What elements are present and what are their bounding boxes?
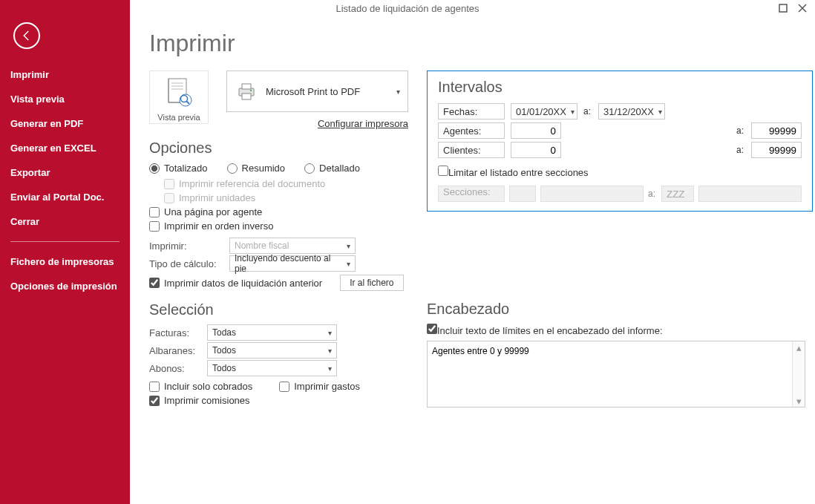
svg-rect-9 — [242, 84, 251, 89]
sidebar-item-vista-previa[interactable]: Vista previa — [0, 87, 130, 111]
secciones-desde-code — [509, 186, 536, 202]
chk-solo-cobrados[interactable]: Incluir solo cobrados — [149, 381, 252, 392]
select-albaranes[interactable]: Todos▾ — [207, 342, 337, 359]
scroll-down-icon[interactable]: ▾ — [793, 395, 805, 407]
lbl-clientes: Clientes: — [438, 142, 505, 158]
svg-point-11 — [250, 90, 252, 91]
printer-select[interactable]: Microsoft Print to PDF ▾ — [226, 71, 408, 112]
printer-icon — [235, 79, 258, 103]
svg-rect-10 — [242, 94, 251, 99]
chk-una-pagina[interactable]: Una página por agente — [149, 206, 262, 217]
radio-detallado[interactable]: Detallado — [304, 163, 360, 174]
lbl-imprimir: Imprimir: — [149, 240, 223, 252]
preview-label: Vista previa — [157, 113, 200, 122]
sidebar-item-generar-excel[interactable]: Generar en EXCEL — [0, 136, 130, 160]
seleccion-heading: Selección — [149, 301, 409, 318]
sidebar-item-exportar[interactable]: Exportar — [0, 160, 130, 185]
printer-name: Microsoft Print to PDF — [266, 86, 389, 97]
lbl-tipocalc: Tipo de cálculo: — [149, 258, 223, 269]
textarea-scrollbar[interactable]: ▴ ▾ — [792, 341, 805, 407]
lbl-abonos: Abonos: — [149, 363, 201, 374]
secciones-hasta-code — [661, 186, 694, 202]
clientes-desde[interactable] — [511, 142, 561, 158]
encabezado-heading: Encabezado — [427, 301, 813, 318]
btn-ir-fichero[interactable]: Ir al fichero — [340, 275, 403, 291]
opciones-heading: Opciones — [149, 140, 409, 157]
configure-printer-link[interactable]: Configurar impresora — [226, 118, 408, 129]
svg-rect-0 — [779, 4, 787, 12]
select-imprimir: Nombre fiscal▾ — [229, 238, 356, 254]
sidebar-item-cerrar[interactable]: Cerrar — [0, 209, 130, 234]
clientes-hasta[interactable] — [751, 142, 802, 158]
sidebar-item-fichero-impresoras[interactable]: Fichero de impresoras — [0, 249, 130, 274]
maximize-button[interactable] — [778, 3, 788, 13]
select-abonos[interactable]: Todos▾ — [207, 360, 337, 376]
fecha-hasta[interactable]: 31/12/20XX▾ — [598, 103, 665, 120]
page-title: Imprimir — [149, 30, 813, 57]
radio-resumido[interactable]: Resumido — [227, 163, 286, 174]
lbl-albaranes: Albaranes: — [149, 345, 201, 356]
lbl-secciones: Secciones: — [438, 186, 505, 202]
lbl-a-fecha: a: — [583, 106, 592, 117]
chk-gastos[interactable]: Imprimir gastos — [279, 381, 360, 392]
sidebar-item-enviar-portal[interactable]: Enviar al Portal Doc. — [0, 185, 130, 209]
select-facturas[interactable]: Todas▾ — [207, 324, 337, 341]
encabezado-textarea-wrap: ▴ ▾ — [427, 341, 805, 408]
encabezado-textarea[interactable] — [428, 341, 791, 407]
select-tipocalc[interactable]: Incluyendo descuento al pie▾ — [229, 255, 356, 272]
radio-totalizado[interactable]: Totalizado — [149, 163, 208, 174]
chk-unidades: Imprimir unidades — [164, 192, 255, 203]
intervalos-panel: Intervalos Fechas: 01/01/20XX▾ a: 31/12/… — [427, 71, 813, 212]
lbl-a-secciones: a: — [648, 189, 657, 199]
agentes-hasta[interactable] — [751, 122, 802, 139]
sidebar: Imprimir Vista previa Generar en PDF Gen… — [0, 0, 130, 504]
lbl-agentes: Agentes: — [438, 122, 505, 139]
sidebar-item-opciones-impresion[interactable]: Opciones de impresión — [0, 274, 130, 298]
sidebar-item-generar-pdf[interactable]: Generar en PDF — [0, 111, 130, 136]
close-button[interactable] — [797, 3, 808, 13]
intervalos-heading: Intervalos — [438, 79, 802, 96]
scroll-up-icon[interactable]: ▴ — [793, 341, 805, 353]
back-button[interactable] — [13, 22, 40, 49]
chevron-down-icon: ▾ — [396, 88, 400, 96]
fecha-desde[interactable]: 01/01/20XX▾ — [511, 103, 577, 120]
document-preview-icon — [161, 76, 197, 111]
lbl-fechas: Fechas: — [438, 103, 505, 120]
window-title: Listado de liquidación de agentes — [0, 0, 815, 18]
chk-datos-liq[interactable]: Imprimir datos de liquidación anterior — [149, 278, 322, 289]
chk-limitar-secciones[interactable]: Limitar el listado entre secciones — [438, 166, 589, 178]
lbl-facturas: Facturas: — [149, 327, 201, 338]
agentes-desde[interactable] — [511, 122, 561, 139]
chk-comisiones[interactable]: Imprimir comisiones — [149, 395, 250, 406]
secciones-desde-name — [540, 186, 644, 202]
lbl-a-clientes: a: — [736, 145, 745, 155]
preview-button[interactable]: Vista previa — [149, 71, 209, 124]
chk-incluir-texto[interactable]: Incluir texto de límites en el encabezad… — [427, 324, 663, 336]
chk-ref-documento: Imprimir referencia del documento — [164, 178, 325, 189]
chk-orden-inverso[interactable]: Imprimir en orden inverso — [149, 220, 273, 232]
secciones-hasta-name — [698, 186, 802, 202]
sidebar-item-imprimir[interactable]: Imprimir — [0, 62, 130, 87]
lbl-a-agentes: a: — [736, 125, 745, 136]
